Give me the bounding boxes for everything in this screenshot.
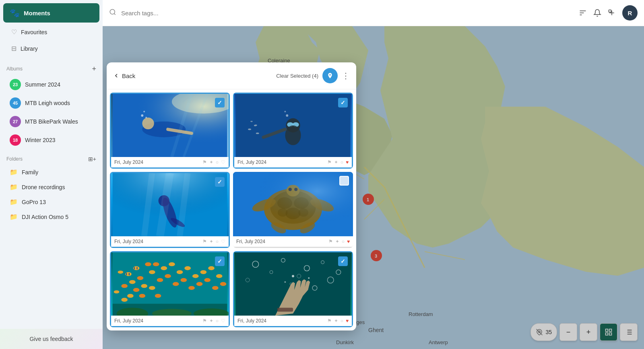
heart-icon-6[interactable]: ♥ [346,318,349,324]
heart-icon-3[interactable]: ♡ [221,239,225,244]
main-area: R [103,0,644,349]
photo-meta-6: Fri, July 2024 ⚑ ✦ ○ ♥ [233,316,353,327]
sort-button[interactable] [579,9,587,17]
location-pin-button[interactable] [322,68,338,83]
album-item-winter2023[interactable]: 18 Winter 2023 [6,131,96,149]
circle-icon-6[interactable]: ○ [341,318,343,324]
star-icon-5[interactable]: ✦ [209,318,213,324]
svg-point-114 [121,284,128,288]
albums-section: Albums + 23 Summer 2024 45 MTB Leigh woo… [0,60,103,151]
svg-point-69 [143,111,145,112]
moments-label: Moments [24,10,50,17]
photo-checkbox-3[interactable] [215,177,225,187]
modal-header-actions: Clear Selected (4) ⋮ [276,68,350,83]
photo-card-6[interactable]: Fri, July 2024 ⚑ ✦ ○ ♥ [233,251,353,327]
flag-icon-3[interactable]: ⚑ [202,239,207,244]
circle-icon-2[interactable]: ○ [341,159,343,165]
photo-card-3[interactable]: Fri, July 2024 ⚑ ✦ ○ ♡ [110,172,230,248]
feedback-button[interactable]: Give us feedback [0,329,103,349]
folder-label-gopro: GoPro 13 [22,199,46,205]
album-label-mtb-leigh: MTB Leigh woods [25,100,70,106]
heart-icon-4[interactable]: ♥ [347,239,350,244]
folder-item-gopro[interactable]: 📁 GoPro 13 [6,195,96,209]
album-item-summer2024[interactable]: 23 Summer 2024 [6,76,96,93]
circle-icon-4[interactable]: ○ [342,239,345,244]
heart-icon-1[interactable]: ♡ [221,159,225,165]
svg-rect-7 [609,10,611,12]
photo-checkbox-2[interactable] [338,98,348,107]
photo-card-5[interactable]: Fri, July 2024 ⚑ ✦ ○ ♡ [110,251,230,327]
svg-point-70 [145,117,147,118]
star-icon-4[interactable]: ✦ [335,239,339,244]
add-folder-button[interactable]: ⊞+ [88,156,96,162]
svg-point-67 [142,118,154,129]
photo-checkbox-1[interactable] [215,98,225,107]
photo-actions-3: ⚑ ✦ ○ ♡ [202,239,225,244]
more-options-button[interactable]: ⋮ [342,71,350,81]
avatar[interactable]: R [622,5,638,21]
album-item-mtb-bikepark[interactable]: 27 MTB BikePark Wales [6,113,96,130]
clear-selected-button[interactable]: Clear Selected (4) [276,73,318,79]
svg-point-137 [196,282,203,286]
svg-point-78 [285,126,301,145]
svg-point-135 [188,286,195,290]
svg-point-166 [292,275,294,277]
library-label: Library [21,45,38,52]
heart-icon-5[interactable]: ♡ [221,318,225,324]
photo-card-2[interactable]: Fri, July 2024 ⚑ ✦ ○ ♥ [233,93,353,169]
circle-icon-3[interactable]: ○ [216,239,219,244]
sidebar-item-library[interactable]: ⊟ Library [5,41,98,56]
svg-point-126 [155,294,161,298]
flag-icon-1[interactable]: ⚑ [202,159,207,165]
photo-date-2: Fri, July 2024 [237,159,266,165]
svg-point-119 [121,298,128,302]
photo-date-4: Fri, July 2024 [236,239,265,244]
heart-icon-2[interactable]: ♥ [346,159,349,165]
photo-meta-1: Fri, July 2024 ⚑ ✦ ○ ♡ [110,157,230,169]
svg-point-83 [286,114,288,117]
album-badge-mtb-bikepark: 27 [10,116,21,127]
circle-icon-1[interactable]: ○ [216,159,219,165]
photo-checkbox-4[interactable] [339,176,349,186]
photo-actions-2: ⚑ ✦ ○ ♥ [327,159,349,165]
photo-card-4[interactable]: Fri, July 2024 ⚑ ✦ ○ ♥ [233,172,353,248]
flag-icon-6[interactable]: ⚑ [327,318,332,324]
photo-3-illustration [111,173,229,236]
flag-icon-2[interactable]: ⚑ [327,159,332,165]
photo-date-5: Fri, July 2024 [114,318,143,324]
star-icon-6[interactable]: ✦ [334,318,338,324]
star-icon-3[interactable]: ✦ [209,239,213,244]
photo-2-illustration [234,94,352,157]
sidebar-item-moments[interactable]: 🐾 Moments [3,3,99,23]
svg-point-167 [308,277,310,279]
add-album-button[interactable]: + [92,65,96,72]
photo-checkbox-6[interactable] [338,256,348,266]
folder-item-dji[interactable]: 📁 DJI Action Osmo 5 [6,210,96,224]
album-item-mtb-leigh[interactable]: 45 MTB Leigh woods [6,94,96,112]
back-button[interactable]: Back [113,72,135,79]
folder-item-drone[interactable]: 📁 Drone recordings [6,180,96,194]
svg-point-132 [177,270,183,274]
photo-card-1[interactable]: Fri, July 2024 ⚑ ✦ ○ ♡ [110,93,230,169]
circle-icon-5[interactable]: ○ [216,318,219,324]
star-icon-2[interactable]: ✦ [334,159,338,165]
add-to-collection-button[interactable] [608,9,616,17]
svg-point-81 [256,132,259,134]
notification-button[interactable] [593,9,601,17]
search-input[interactable] [121,10,574,17]
photo-checkbox-5[interactable] [215,256,225,266]
flag-icon-4[interactable]: ⚑ [328,239,333,244]
folder-label-dji: DJI Action Osmo 5 [22,214,68,220]
photo-actions-1: ⚑ ✦ ○ ♡ [202,159,225,165]
svg-point-138 [200,270,207,274]
photo-1-illustration [111,94,229,157]
sidebar-item-favourites[interactable]: ♡ Favourites [5,24,98,40]
topbar: R [103,0,644,26]
svg-point-118 [139,294,145,298]
flag-icon-5[interactable]: ⚑ [202,318,207,324]
photo-5-illustration [111,252,229,316]
star-icon-1[interactable]: ✦ [209,159,213,165]
folder-label-drone: Drone recordings [22,184,65,190]
folder-item-family[interactable]: 📁 Family [6,165,96,179]
svg-point-124 [157,278,163,282]
